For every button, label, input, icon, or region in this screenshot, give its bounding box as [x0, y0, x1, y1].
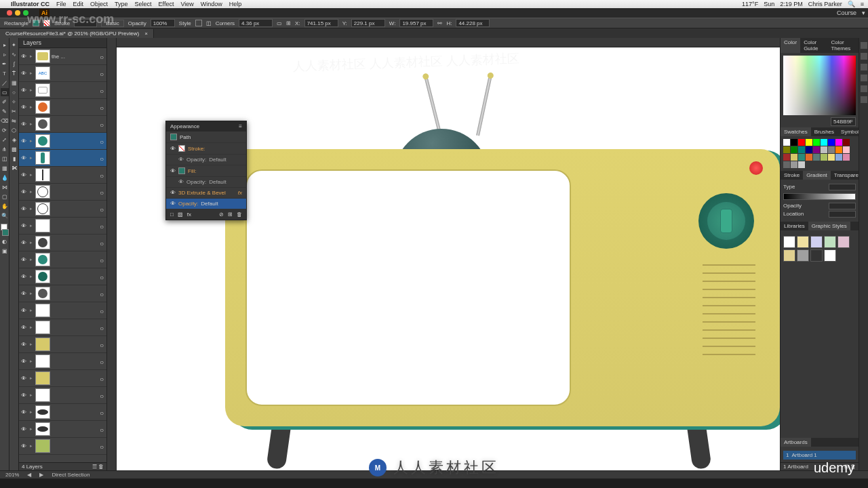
blend-tool-icon[interactable]: ⋈	[1, 183, 9, 191]
hand-tool-icon[interactable]: ✋	[1, 202, 9, 210]
stroke-label[interactable]: Stroke	[54, 20, 70, 26]
layers-panel-header[interactable]: Layers	[19, 38, 106, 48]
appearance-row[interactable]: 👁Opacity: Default	[166, 199, 246, 209]
graphic-style[interactable]	[810, 236, 823, 248]
layer-row[interactable]: 👁▸○	[19, 133, 106, 150]
shape-builder-icon[interactable]: ⬡	[10, 126, 18, 134]
curvature-tool-icon[interactable]: ∫	[10, 60, 18, 68]
tab-brushes[interactable]: Brushes	[811, 127, 837, 136]
swatch[interactable]	[828, 146, 835, 153]
swatch[interactable]	[798, 161, 805, 168]
tab-color-themes[interactable]: Color Themes	[827, 38, 859, 53]
rotate-tool-icon[interactable]: ⟳	[1, 126, 9, 134]
layer-row[interactable]: 👁▸○	[19, 251, 106, 268]
duplicate-icon[interactable]: ⊞	[228, 211, 233, 218]
align-icon[interactable]: ◫	[206, 20, 212, 26]
layer-row[interactable]: 👁▸○	[19, 218, 106, 235]
appearance-row[interactable]: 👁Fill:	[166, 165, 246, 177]
appearance-row[interactable]: 👁Opacity: Default	[166, 177, 246, 188]
swatch[interactable]	[828, 139, 835, 146]
gradient-location-input[interactable]	[829, 211, 856, 218]
y-input[interactable]	[351, 19, 385, 27]
appearance-title[interactable]: Appearance	[170, 123, 199, 129]
menu-effect[interactable]: Effect	[159, 1, 174, 7]
dock-icon[interactable]	[861, 42, 867, 49]
gradient-tool-icon[interactable]: ▦	[1, 164, 9, 172]
transform-icon[interactable]: ⊞	[286, 20, 291, 26]
gradient-ramp[interactable]	[783, 193, 856, 200]
close-tab-icon[interactable]: ×	[144, 30, 148, 37]
dock-icon[interactable]	[861, 85, 867, 92]
layer-row[interactable]: 👁▸○	[19, 404, 106, 421]
tab-graphic-styles[interactable]: Graphic Styles	[808, 222, 850, 230]
swatch[interactable]	[783, 154, 790, 161]
graphic-style[interactable]	[783, 249, 795, 262]
layer-row[interactable]: 👁▸ABC○	[19, 65, 106, 82]
clear-appearance-icon[interactable]: ⊘	[219, 211, 224, 218]
swatch[interactable]	[813, 154, 820, 161]
spotlight-icon[interactable]: 🔍	[848, 1, 855, 7]
artboard-row[interactable]: 1 Artboard 1	[783, 451, 856, 460]
document-tab[interactable]: CourseResourceFile3.ai* @ 201% (RGB/GPU …	[0, 29, 154, 38]
add-stroke-icon[interactable]: □	[170, 211, 174, 218]
layer-row[interactable]: 👁▸○	[19, 184, 106, 201]
menu-file[interactable]: File	[56, 1, 66, 7]
swatch[interactable]	[798, 154, 805, 161]
swatch[interactable]	[821, 154, 827, 161]
swatch[interactable]	[791, 161, 797, 168]
layer-row[interactable]: 👁▸○	[19, 353, 106, 370]
ruler-vertical[interactable]	[107, 38, 117, 470]
layer-row[interactable]: 👁▸○	[19, 336, 106, 353]
appearance-row[interactable]: 👁3D Extrude & Bevelfx	[166, 188, 246, 199]
menu-view[interactable]: View	[180, 1, 193, 7]
tab-gradient[interactable]: Gradient	[803, 171, 831, 180]
app-name[interactable]: Illustrator CC	[11, 1, 50, 7]
brush-def[interactable]: Basic	[101, 20, 124, 27]
corners-input[interactable]	[239, 19, 273, 27]
layer-row[interactable]: 👁▸○	[19, 319, 106, 336]
tab-color[interactable]: Color	[781, 38, 800, 53]
graphic-style[interactable]	[824, 236, 836, 248]
graphic-style[interactable]	[810, 249, 823, 262]
layer-row[interactable]: 👁▸○	[19, 268, 106, 285]
ellipse-tool-icon[interactable]: ○	[10, 88, 18, 96]
gradient-type-input[interactable]	[829, 184, 856, 190]
line-tool-icon[interactable]: ／	[1, 79, 9, 87]
layer-row[interactable]: 👁▸○	[19, 167, 106, 184]
dock-icon[interactable]	[861, 53, 867, 60]
touch-type-icon[interactable]: Ṫ	[10, 69, 18, 77]
swatch[interactable]	[791, 154, 797, 161]
layers-menu-icon[interactable]: ☰ 🗑	[92, 464, 104, 470]
menu-edit[interactable]: Edit	[73, 1, 84, 7]
eyedropper-tool-icon[interactable]: 💧	[1, 174, 9, 182]
brush-tool-icon[interactable]: ✐	[1, 98, 9, 106]
h-input[interactable]	[456, 19, 490, 27]
shape-icon[interactable]: ▭	[277, 20, 282, 26]
menu-help[interactable]: Help	[229, 1, 242, 7]
pen-tool-icon[interactable]: ✒	[1, 60, 9, 68]
artboard-tool-icon[interactable]: ▢	[1, 192, 9, 201]
rect-grid-icon[interactable]: ▦	[10, 79, 18, 87]
artboard-nav-prev-icon[interactable]: ◀	[27, 472, 31, 478]
swatch[interactable]	[783, 139, 790, 146]
rectangle-tool-icon[interactable]: ▭	[1, 88, 9, 96]
stroke-swatch[interactable]	[43, 20, 50, 26]
graphic-style[interactable]	[797, 236, 809, 248]
gradient-opacity-input[interactable]	[829, 203, 856, 209]
swatch[interactable]	[783, 161, 790, 168]
free-transform-icon[interactable]: ◫	[1, 155, 9, 163]
tab-stroke[interactable]: Stroke	[781, 171, 803, 180]
lasso-tool-icon[interactable]: ∿	[10, 50, 18, 58]
scale-tool-icon[interactable]: ⤢	[1, 136, 9, 144]
layer-row[interactable]: 👁▸○	[19, 387, 106, 404]
menu-window[interactable]: Window	[201, 1, 222, 7]
tab-color-guide[interactable]: Color Guide	[800, 38, 827, 53]
swatch[interactable]	[806, 139, 812, 146]
graphic-style[interactable]	[837, 236, 850, 248]
artboard-new-icon[interactable]: ⊞ 🗑	[844, 464, 856, 470]
add-fill-icon[interactable]: ▧	[178, 211, 183, 218]
artboard-nav-next-icon[interactable]: ▶	[39, 472, 43, 478]
x-input[interactable]	[304, 19, 338, 27]
graphic-style[interactable]	[824, 249, 836, 262]
layer-row[interactable]: 👁▸○	[19, 150, 106, 167]
